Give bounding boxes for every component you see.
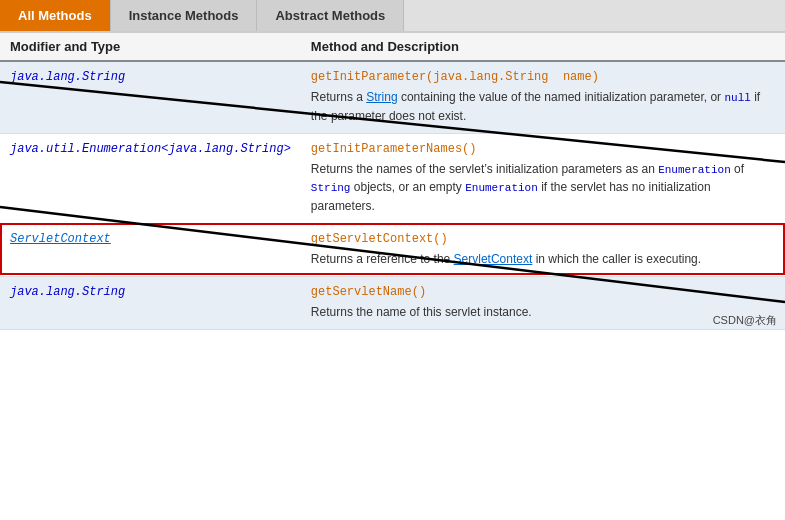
col-header-method: Method and Description (301, 33, 785, 62)
tab-abstract-methods[interactable]: Abstract Methods (257, 0, 404, 31)
tab-bar: All Methods Instance Methods Abstract Me… (0, 0, 785, 32)
col-header-modifier: Modifier and Type (0, 33, 301, 62)
modifier-link[interactable]: ServletContext (10, 232, 111, 246)
table-row: java.lang.StringgetServletName()Returns … (0, 276, 785, 329)
desc-link[interactable]: String (366, 90, 397, 104)
desc-code: null (724, 92, 750, 104)
method-description: Returns a String containing the value of… (311, 88, 775, 125)
method-signature[interactable]: getServletName() (311, 285, 775, 299)
method-description: Returns the names of the servlet’s initi… (311, 160, 775, 215)
methods-table-wrapper: Modifier and Type Method and Description… (0, 32, 785, 330)
method-description: Returns the name of this servlet instanc… (311, 303, 775, 321)
table-row: java.lang.StringgetInitParameter(java.la… (0, 61, 785, 133)
table-row: ServletContextgetServletContext()Returns… (0, 223, 785, 276)
table-row: java.util.Enumeration<java.lang.String>g… (0, 133, 785, 223)
modifier-cell: java.util.Enumeration<java.lang.String> (0, 133, 301, 223)
tab-all-methods[interactable]: All Methods (0, 0, 111, 31)
modifier-cell: ServletContext (0, 223, 301, 276)
desc-code-2: String (311, 182, 351, 194)
desc-code: Enumeration (658, 164, 731, 176)
watermark-text: CSDN@衣角 (713, 313, 777, 328)
method-signature[interactable]: getInitParameter(java.lang.String name) (311, 70, 775, 84)
desc-link[interactable]: ServletContext (454, 252, 533, 266)
method-signature[interactable]: getInitParameterNames() (311, 142, 775, 156)
method-cell: getInitParameter(java.lang.String name)R… (301, 61, 785, 133)
modifier-cell: java.lang.String (0, 61, 301, 133)
method-cell: getServletContext()Returns a reference t… (301, 223, 785, 276)
method-signature[interactable]: getServletContext() (311, 232, 775, 246)
desc-code-3: Enumeration (465, 182, 538, 194)
method-cell: getInitParameterNames()Returns the names… (301, 133, 785, 223)
tab-instance-methods[interactable]: Instance Methods (111, 0, 258, 31)
methods-table: Modifier and Type Method and Description… (0, 32, 785, 330)
method-description: Returns a reference to the ServletContex… (311, 250, 775, 268)
modifier-cell: java.lang.String (0, 276, 301, 329)
